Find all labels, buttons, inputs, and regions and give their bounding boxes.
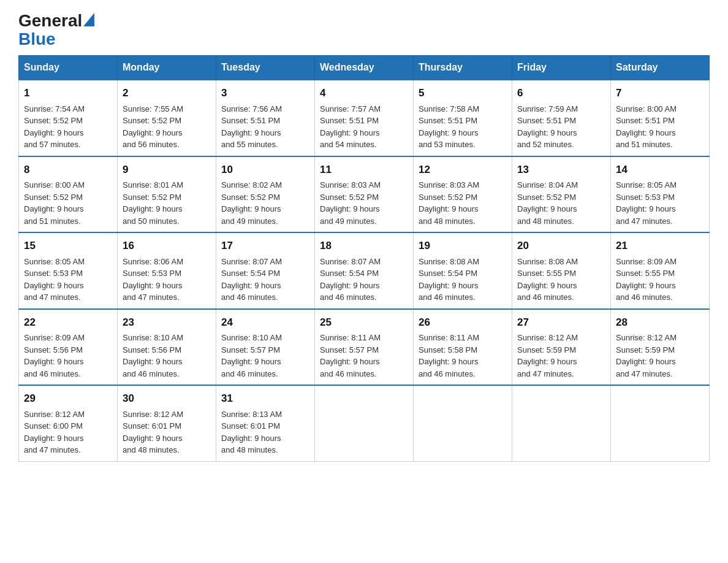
- calendar-week-row: 22 Sunrise: 8:09 AMSunset: 5:56 PMDaylig…: [19, 309, 710, 386]
- day-info: Sunrise: 7:57 AMSunset: 5:51 PMDaylight:…: [320, 104, 381, 150]
- day-info: Sunrise: 8:03 AMSunset: 5:52 PMDaylight:…: [320, 180, 381, 226]
- calendar-cell: 12 Sunrise: 8:03 AMSunset: 5:52 PMDaylig…: [414, 156, 512, 233]
- day-info: Sunrise: 8:12 AMSunset: 5:59 PMDaylight:…: [517, 333, 578, 378]
- day-info: Sunrise: 8:06 AMSunset: 5:53 PMDaylight:…: [123, 257, 183, 302]
- day-number: 25: [320, 315, 408, 331]
- day-number: 28: [616, 315, 704, 331]
- day-number: 12: [419, 162, 507, 178]
- calendar-cell: 25 Sunrise: 8:11 AMSunset: 5:57 PMDaylig…: [315, 309, 414, 386]
- day-info: Sunrise: 8:04 AMSunset: 5:52 PMDaylight:…: [517, 180, 578, 226]
- calendar-cell: [315, 385, 414, 461]
- day-number: 18: [320, 238, 408, 254]
- calendar-table: SundayMondayTuesdayWednesdayThursdayFrid…: [18, 55, 710, 462]
- weekday-header-thursday: Thursday: [414, 56, 512, 80]
- day-number: 26: [419, 315, 507, 331]
- day-info: Sunrise: 8:00 AMSunset: 5:52 PMDaylight:…: [24, 180, 85, 226]
- day-info: Sunrise: 8:08 AMSunset: 5:55 PMDaylight:…: [517, 257, 578, 302]
- day-number: 4: [320, 85, 408, 101]
- day-number: 21: [616, 238, 704, 254]
- calendar-cell: 22 Sunrise: 8:09 AMSunset: 5:56 PMDaylig…: [19, 309, 118, 386]
- day-number: 9: [123, 162, 211, 178]
- day-info: Sunrise: 8:11 AMSunset: 5:57 PMDaylight:…: [320, 333, 381, 378]
- day-info: Sunrise: 8:12 AMSunset: 6:00 PMDaylight:…: [24, 410, 85, 455]
- calendar-cell: 27 Sunrise: 8:12 AMSunset: 5:59 PMDaylig…: [512, 309, 611, 386]
- calendar-cell: 29 Sunrise: 8:12 AMSunset: 6:00 PMDaylig…: [19, 385, 118, 461]
- svg-marker-0: [83, 13, 94, 26]
- calendar-cell: 8 Sunrise: 8:00 AMSunset: 5:52 PMDayligh…: [19, 156, 118, 233]
- day-info: Sunrise: 8:10 AMSunset: 5:56 PMDaylight:…: [123, 333, 183, 378]
- day-info: Sunrise: 8:08 AMSunset: 5:54 PMDaylight:…: [419, 257, 479, 302]
- calendar-cell: [414, 385, 512, 461]
- calendar-cell: 24 Sunrise: 8:10 AMSunset: 5:57 PMDaylig…: [216, 309, 315, 386]
- day-info: Sunrise: 8:00 AMSunset: 5:51 PMDaylight:…: [616, 104, 677, 150]
- weekday-header-sunday: Sunday: [19, 56, 118, 80]
- day-number: 24: [221, 315, 309, 331]
- calendar-cell: [512, 385, 611, 461]
- calendar-cell: 18 Sunrise: 8:07 AMSunset: 5:54 PMDaylig…: [315, 232, 414, 309]
- day-info: Sunrise: 8:09 AMSunset: 5:55 PMDaylight:…: [616, 257, 677, 302]
- day-info: Sunrise: 8:12 AMSunset: 5:59 PMDaylight:…: [616, 333, 677, 378]
- day-number: 17: [221, 238, 309, 254]
- logo: General Blue: [18, 12, 96, 49]
- calendar-cell: 1 Sunrise: 7:54 AMSunset: 5:52 PMDayligh…: [19, 80, 118, 156]
- day-info: Sunrise: 8:05 AMSunset: 5:53 PMDaylight:…: [616, 180, 677, 226]
- weekday-header-tuesday: Tuesday: [216, 56, 315, 80]
- day-number: 2: [123, 85, 211, 101]
- day-info: Sunrise: 7:58 AMSunset: 5:51 PMDaylight:…: [419, 104, 479, 150]
- day-number: 27: [517, 315, 605, 331]
- day-number: 14: [616, 162, 704, 178]
- calendar-week-row: 29 Sunrise: 8:12 AMSunset: 6:00 PMDaylig…: [19, 385, 710, 461]
- day-number: 11: [320, 162, 408, 178]
- day-number: 3: [221, 85, 309, 101]
- logo-triangle-icon: [83, 13, 94, 26]
- calendar-week-row: 8 Sunrise: 8:00 AMSunset: 5:52 PMDayligh…: [19, 156, 710, 233]
- day-info: Sunrise: 7:55 AMSunset: 5:52 PMDaylight:…: [123, 104, 183, 150]
- calendar-cell: 23 Sunrise: 8:10 AMSunset: 5:56 PMDaylig…: [118, 309, 216, 386]
- calendar-cell: 2 Sunrise: 7:55 AMSunset: 5:52 PMDayligh…: [118, 80, 216, 156]
- day-info: Sunrise: 7:54 AMSunset: 5:52 PMDaylight:…: [24, 104, 85, 150]
- day-number: 29: [24, 391, 112, 407]
- calendar-cell: 6 Sunrise: 7:59 AMSunset: 5:51 PMDayligh…: [512, 80, 611, 156]
- calendar-cell: 11 Sunrise: 8:03 AMSunset: 5:52 PMDaylig…: [315, 156, 414, 233]
- day-info: Sunrise: 8:05 AMSunset: 5:53 PMDaylight:…: [24, 257, 85, 302]
- calendar-cell: 16 Sunrise: 8:06 AMSunset: 5:53 PMDaylig…: [118, 232, 216, 309]
- calendar-cell: 26 Sunrise: 8:11 AMSunset: 5:58 PMDaylig…: [414, 309, 512, 386]
- calendar-cell: 10 Sunrise: 8:02 AMSunset: 5:52 PMDaylig…: [216, 156, 315, 233]
- day-number: 7: [616, 85, 704, 101]
- page-header: General Blue: [18, 12, 710, 49]
- day-info: Sunrise: 8:11 AMSunset: 5:58 PMDaylight:…: [419, 333, 479, 378]
- day-info: Sunrise: 7:56 AMSunset: 5:51 PMDaylight:…: [221, 104, 282, 150]
- calendar-week-row: 1 Sunrise: 7:54 AMSunset: 5:52 PMDayligh…: [19, 80, 710, 156]
- calendar-cell: 9 Sunrise: 8:01 AMSunset: 5:52 PMDayligh…: [118, 156, 216, 233]
- day-number: 30: [123, 391, 211, 407]
- day-info: Sunrise: 8:10 AMSunset: 5:57 PMDaylight:…: [221, 333, 282, 378]
- calendar-cell: 17 Sunrise: 8:07 AMSunset: 5:54 PMDaylig…: [216, 232, 315, 309]
- day-number: 22: [24, 315, 112, 331]
- calendar-cell: [611, 385, 710, 461]
- weekday-header-monday: Monday: [118, 56, 216, 80]
- calendar-cell: 19 Sunrise: 8:08 AMSunset: 5:54 PMDaylig…: [414, 232, 512, 309]
- calendar-cell: 4 Sunrise: 7:57 AMSunset: 5:51 PMDayligh…: [315, 80, 414, 156]
- day-info: Sunrise: 7:59 AMSunset: 5:51 PMDaylight:…: [517, 104, 578, 150]
- calendar-header-row: SundayMondayTuesdayWednesdayThursdayFrid…: [19, 56, 710, 80]
- logo-general: General: [18, 12, 82, 29]
- day-number: 15: [24, 238, 112, 254]
- day-number: 8: [24, 162, 112, 178]
- day-number: 20: [517, 238, 605, 254]
- calendar-cell: 3 Sunrise: 7:56 AMSunset: 5:51 PMDayligh…: [216, 80, 315, 156]
- weekday-header-wednesday: Wednesday: [315, 56, 414, 80]
- calendar-cell: 13 Sunrise: 8:04 AMSunset: 5:52 PMDaylig…: [512, 156, 611, 233]
- day-number: 19: [419, 238, 507, 254]
- day-number: 5: [419, 85, 507, 101]
- day-info: Sunrise: 8:13 AMSunset: 6:01 PMDaylight:…: [221, 410, 282, 455]
- day-number: 23: [123, 315, 211, 331]
- calendar-cell: 28 Sunrise: 8:12 AMSunset: 5:59 PMDaylig…: [611, 309, 710, 386]
- day-number: 13: [517, 162, 605, 178]
- calendar-cell: 21 Sunrise: 8:09 AMSunset: 5:55 PMDaylig…: [611, 232, 710, 309]
- calendar-cell: 14 Sunrise: 8:05 AMSunset: 5:53 PMDaylig…: [611, 156, 710, 233]
- logo-blue: Blue: [18, 29, 56, 48]
- day-info: Sunrise: 8:12 AMSunset: 6:01 PMDaylight:…: [123, 410, 183, 455]
- day-number: 1: [24, 85, 112, 101]
- day-info: Sunrise: 8:01 AMSunset: 5:52 PMDaylight:…: [123, 180, 183, 226]
- day-info: Sunrise: 8:02 AMSunset: 5:52 PMDaylight:…: [221, 180, 282, 226]
